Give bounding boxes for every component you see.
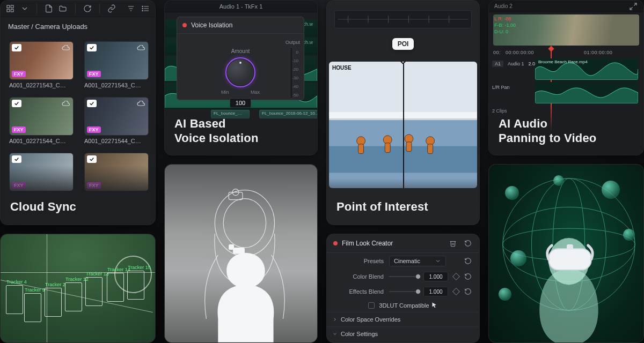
new-folder-icon[interactable] bbox=[58, 4, 67, 13]
keyframe-icon[interactable] bbox=[452, 288, 460, 295]
clip-label: A001_02271544_C… bbox=[84, 138, 149, 144]
clip-thumbnail[interactable]: FXY bbox=[84, 41, 149, 80]
svg-rect-33 bbox=[406, 142, 412, 152]
clip-thumbnail[interactable]: FXY bbox=[84, 97, 149, 136]
presets-row: Presets Cinematic bbox=[327, 253, 479, 269]
card-title: AI Based Voice Isolation bbox=[174, 117, 259, 145]
film-look-card: Film Look Creator Presets Cinematic Colo… bbox=[326, 234, 480, 343]
svg-rect-1 bbox=[11, 5, 14, 8]
poi-badge[interactable]: POI bbox=[392, 38, 414, 50]
svg-point-12 bbox=[142, 10, 143, 11]
new-file-icon[interactable] bbox=[45, 4, 53, 13]
slider-label: Effects Blend bbox=[334, 288, 384, 295]
svg-line-37 bbox=[630, 7, 633, 10]
cloud-icon bbox=[136, 100, 146, 106]
title-gradient bbox=[1, 166, 155, 225]
waveform-b[interactable] bbox=[535, 82, 638, 103]
svg-rect-0 bbox=[7, 5, 10, 8]
fxy-badge: FXY bbox=[87, 71, 101, 77]
reset-icon[interactable] bbox=[464, 257, 472, 265]
svg-rect-31 bbox=[385, 143, 390, 153]
fx-enabled-dot[interactable] bbox=[182, 23, 187, 27]
fxy-badge: FXY bbox=[12, 71, 26, 77]
svg-rect-17 bbox=[233, 248, 245, 254]
clip-thumbnail[interactable]: FXY bbox=[9, 41, 74, 80]
svg-rect-29 bbox=[358, 144, 364, 154]
svg-point-13 bbox=[215, 190, 274, 256]
svg-rect-35 bbox=[428, 144, 433, 154]
timecode-ruler[interactable]: 00: 00:00:00:00 01:00:00:00 bbox=[493, 50, 612, 55]
effects-blend-row: Effects Blend 1.000 bbox=[327, 284, 479, 299]
card-title: Point of Interest bbox=[336, 200, 428, 214]
clip-thumbnail[interactable]: FXY bbox=[9, 97, 74, 136]
selected-badge bbox=[87, 44, 97, 51]
svg-point-28 bbox=[357, 137, 365, 145]
cloud-sync-card: Master / Camera Uploads FXY A001_0227154… bbox=[0, 0, 156, 225]
presets-select[interactable]: Cinematic bbox=[389, 256, 446, 266]
compat-row: 3DLUT Compatible bbox=[327, 299, 479, 312]
fx-enabled-dot[interactable] bbox=[333, 241, 338, 245]
tracker-label: Tracker 15 bbox=[128, 265, 151, 270]
tracker-label: Tracker 9 bbox=[25, 287, 45, 293]
grid-view-icon[interactable] bbox=[6, 4, 14, 13]
reset-icon[interactable] bbox=[464, 273, 472, 280]
effects-blend-value[interactable]: 1.000 bbox=[423, 287, 448, 296]
fxy-badge: FXY bbox=[12, 126, 26, 133]
reset-all-icon[interactable] bbox=[463, 238, 473, 248]
list-view-icon[interactable] bbox=[141, 4, 150, 13]
selected-badge bbox=[87, 100, 97, 107]
keyframe-icon[interactable] bbox=[452, 273, 460, 280]
amount-label: Amount bbox=[221, 48, 260, 54]
max-label: Max bbox=[251, 90, 260, 95]
svg-point-30 bbox=[383, 136, 392, 144]
breadcrumb[interactable]: Master / Camera Uploads bbox=[1, 17, 155, 36]
tracker-label: Tracker 4 bbox=[6, 279, 27, 285]
clip-label: A001_02271543_C… bbox=[84, 82, 149, 88]
settings-section[interactable]: Color Settings bbox=[327, 326, 479, 341]
tracker-label: Tracker 2 bbox=[45, 282, 65, 287]
svg-point-11 bbox=[142, 8, 143, 9]
overrides-section[interactable]: Color Space Overrides bbox=[327, 312, 479, 326]
track-index[interactable]: A1 bbox=[492, 61, 503, 67]
voice-isolation-panel: Voice Isolation Amount Min Max 100 Outpu… bbox=[177, 17, 304, 100]
svg-rect-15 bbox=[229, 192, 243, 200]
svg-rect-44 bbox=[548, 249, 591, 270]
poi-ruler[interactable] bbox=[334, 10, 472, 28]
amount-knob[interactable] bbox=[225, 57, 255, 87]
reset-icon[interactable] bbox=[464, 288, 472, 295]
selected-badge bbox=[12, 155, 21, 163]
waveform-a[interactable]: Broome Beach Race.mp4 bbox=[535, 58, 638, 80]
link-icon[interactable] bbox=[107, 4, 116, 13]
poi-marker-line[interactable] bbox=[403, 62, 404, 188]
astronaut-card bbox=[164, 164, 318, 343]
track-name: Audio 1 bbox=[508, 61, 524, 66]
fxy-badge: FXY bbox=[87, 126, 101, 133]
cloud-icon bbox=[136, 44, 146, 50]
color-blend-slider[interactable] bbox=[389, 273, 418, 280]
color-blend-value[interactable]: 1.000 bbox=[423, 272, 448, 281]
fx-title: Voice Isolation bbox=[191, 21, 232, 29]
effects-blend-slider[interactable] bbox=[389, 288, 418, 295]
vr-card bbox=[488, 164, 644, 343]
tracker-label: Tracker 13 bbox=[86, 271, 109, 277]
expand-icon[interactable] bbox=[628, 2, 638, 11]
filter-menu-icon[interactable] bbox=[127, 4, 135, 13]
svg-line-36 bbox=[634, 3, 636, 6]
presets-label: Presets bbox=[334, 258, 384, 264]
fx-header: Voice Isolation bbox=[177, 17, 304, 34]
audio-tab[interactable]: Audio 2 bbox=[494, 3, 513, 9]
track-gain[interactable]: 2.0 bbox=[529, 61, 536, 66]
card-title: AI Audio Panning to Video bbox=[499, 117, 596, 145]
trash-icon[interactable] bbox=[448, 238, 458, 248]
compat-checkbox[interactable] bbox=[368, 302, 375, 309]
voice-isolation-card: Audio 1 - TkFx 1 2ch.w 2ch.w FL_bounce_…… bbox=[164, 0, 318, 155]
ai-audio-card: Audio 2 L R: -86 F-B: -1.00 D-U: 0 00: 0… bbox=[488, 0, 644, 155]
amount-knob-group: Amount Min Max 100 bbox=[221, 48, 260, 108]
slider-label: Color Blend bbox=[334, 273, 384, 280]
cloud-icon bbox=[61, 100, 71, 106]
svg-rect-2 bbox=[7, 9, 10, 12]
refresh-icon[interactable] bbox=[83, 4, 91, 13]
cloud-sync-toolbar bbox=[1, 1, 155, 17]
clip-label: A001_02271543_C… bbox=[9, 82, 74, 88]
chevron-down-icon[interactable] bbox=[20, 4, 28, 13]
